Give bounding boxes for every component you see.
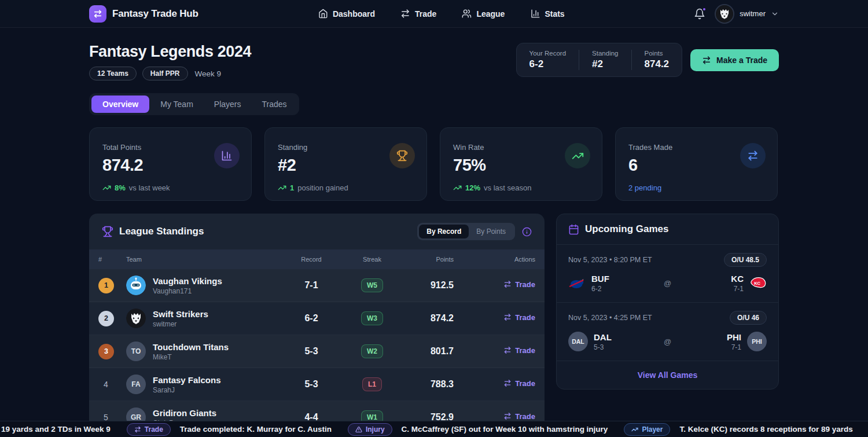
notifications-button[interactable]	[693, 7, 707, 21]
col-streak: Streak	[346, 256, 398, 263]
badge-label: Trade	[145, 425, 163, 434]
toggle-by-points[interactable]: By Points	[469, 225, 513, 238]
record-cell: 6-2	[277, 313, 346, 324]
streak-badge: W3	[361, 311, 383, 325]
trade-button[interactable]: Trade	[503, 313, 535, 322]
trade-label: Trade	[515, 346, 535, 355]
stat-note: position gained	[297, 183, 348, 192]
nav-item-league[interactable]: League	[462, 9, 505, 19]
robot-avatar	[126, 276, 146, 295]
trade-arrows-icon	[503, 280, 512, 288]
injury-badge: Injury	[348, 423, 392, 436]
rank-badge: 1	[98, 278, 114, 293]
team-owner: Vaughan171	[153, 287, 222, 295]
nav-item-label: Dashboard	[333, 9, 375, 19]
game-item: Nov 5, 2023 • 8:20 PM ET O/U 48.5 BUF 6-…	[557, 245, 778, 303]
trade-button[interactable]: Trade	[503, 346, 535, 355]
avatar	[715, 4, 734, 24]
stat-delta: 1	[290, 183, 294, 192]
users-icon	[462, 9, 472, 19]
scoring-badge: Half PPR	[142, 67, 188, 80]
streak-badge: W5	[361, 278, 383, 292]
username: switmer	[740, 9, 766, 18]
ticker-text: 19 yards and 2 TDs in Week 9	[1, 425, 111, 434]
tab-my-team[interactable]: My Team	[150, 96, 203, 113]
points-cell: 801.7	[398, 346, 454, 357]
nav-item-label: Trade	[415, 9, 436, 19]
trade-label: Trade	[515, 379, 535, 388]
at-symbol: @	[664, 337, 671, 346]
stat-note: vs last week	[129, 183, 170, 192]
badge-label: Injury	[366, 425, 385, 434]
info-icon[interactable]	[522, 227, 532, 237]
table-row: 3 TO Touchdown Titans MikeT 5-3 W2 801.7…	[89, 335, 545, 368]
pending-trades-link[interactable]: 2 pending	[628, 183, 661, 192]
calendar-icon	[568, 224, 579, 235]
trade-arrows-icon	[134, 426, 141, 433]
nav-item-trade[interactable]: Trade	[400, 9, 436, 19]
user-menu[interactable]: switmer	[715, 4, 779, 24]
table-row: 4 FA Fantasy Falcons SarahJ 5-3 L1 788.3…	[89, 368, 545, 401]
league-standings-panel: League Standings By Record By Points # T…	[89, 214, 545, 432]
record-summary-card: Your Record 6-2 Standing #2 Points 874.2	[516, 43, 682, 77]
over-under-badge: O/U 46	[730, 311, 767, 325]
trending-up-icon	[631, 426, 638, 433]
page-header: Fantasy Legends 2024 12 Teams Half PPR W…	[89, 43, 779, 80]
top-nav: Fantasy Trade Hub Dashboard Trade League…	[0, 0, 868, 28]
trending-up-icon	[278, 183, 286, 192]
trending-up-icon	[102, 183, 111, 192]
ticker-text: T. Kelce (KC) records 8 receptions for 8…	[679, 425, 852, 434]
toggle-by-record[interactable]: By Record	[419, 225, 469, 238]
at-symbol: @	[664, 279, 671, 288]
summary-value: 874.2	[645, 58, 670, 70]
team-name: Fantasy Falcons	[153, 375, 221, 385]
tab-players[interactable]: Players	[204, 96, 251, 113]
stat-card-trades-made: Trades Made 6 2 pending	[615, 127, 778, 201]
streak-badge: W2	[361, 344, 383, 358]
cta-label: Make a Trade	[716, 56, 767, 65]
summary-value: 6-2	[529, 58, 567, 70]
ticker-text: C. McCaffrey (SF) out for Week 10 with h…	[402, 425, 608, 434]
trade-button[interactable]: Trade	[503, 280, 535, 289]
trade-label: Trade	[515, 313, 535, 322]
trade-button[interactable]: Trade	[503, 412, 535, 421]
game-datetime: Nov 5, 2023 • 4:25 PM ET	[568, 314, 652, 322]
app-logo-icon	[89, 5, 106, 23]
team-owner: MikeT	[153, 353, 229, 361]
away-team-record: 6-2	[591, 285, 609, 293]
chiefs-logo: KC	[749, 275, 767, 292]
page-title: Fantasy Legends 2024	[89, 43, 251, 61]
ticker-item: Player T. Kelce (KC) records 8 reception…	[624, 423, 852, 436]
trade-button[interactable]: Trade	[503, 379, 535, 388]
team-owner: SarahJ	[153, 386, 221, 394]
team-name: Gridiron Giants	[153, 408, 216, 418]
home-team-abbr: KC	[731, 274, 744, 284]
col-record: Record	[277, 256, 346, 263]
view-all-games-link[interactable]: View All Games	[557, 361, 778, 389]
dal-logo: DAL	[568, 332, 588, 351]
points-cell: 788.3	[398, 379, 454, 390]
team-name: Vaughan Vikings	[153, 276, 222, 286]
record-cell: 5-3	[277, 346, 346, 357]
ticker-item: Trade Trade completed: K. Murray for C. …	[127, 423, 332, 436]
nav-item-stats[interactable]: Stats	[530, 9, 564, 19]
table-row: 2 Swift Strikers switmer 6-2 W3 874.2 Tr…	[89, 302, 545, 335]
sort-toggle: By Record By Points	[417, 223, 515, 240]
tab-overview[interactable]: Overview	[91, 96, 149, 113]
standings-table-header: # Team Record Streak Points Actions	[89, 249, 545, 269]
week-label: Week 9	[195, 69, 222, 78]
trade-label: Trade	[515, 412, 535, 421]
rank-badge: 2	[98, 311, 114, 326]
game-datetime: Nov 5, 2023 • 8:20 PM ET	[568, 256, 652, 264]
over-under-badge: O/U 48.5	[724, 253, 767, 267]
make-trade-button[interactable]: Make a Trade	[690, 49, 779, 71]
upcoming-games-panel: Upcoming Games Nov 5, 2023 • 8:20 PM ET …	[556, 214, 779, 390]
tab-trades[interactable]: Trades	[252, 96, 297, 113]
brand-name: Fantasy Trade Hub	[112, 8, 198, 20]
rank-badge: 3	[98, 344, 114, 359]
brand[interactable]: Fantasy Trade Hub	[89, 5, 198, 23]
summary-label: Standing	[592, 50, 618, 57]
trending-up-icon	[453, 183, 462, 192]
nav-item-dashboard[interactable]: Dashboard	[318, 9, 375, 19]
points-cell: 874.2	[398, 313, 454, 324]
